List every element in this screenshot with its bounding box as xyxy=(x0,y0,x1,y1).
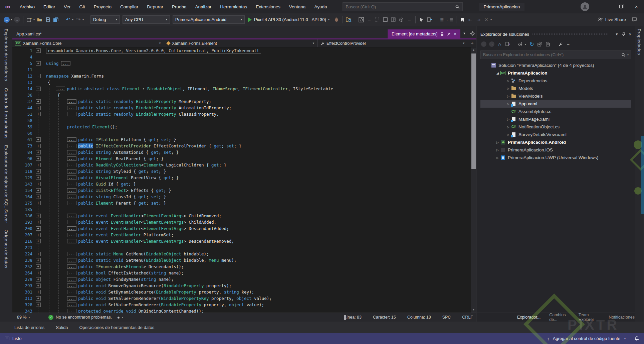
menu-ventana[interactable]: Ventana xyxy=(285,0,310,13)
column-indicator[interactable]: Columna: 18 xyxy=(407,315,431,320)
live-share-button[interactable]: Live Share xyxy=(597,17,626,22)
collapsed-arrow-icon[interactable]: ▷ xyxy=(506,133,511,136)
close-button[interactable]: × xyxy=(629,0,644,13)
collapsed-arrow-icon[interactable]: ▷ xyxy=(506,118,511,121)
menu-ver[interactable]: Ver xyxy=(59,0,75,13)
issues-filter-icon[interactable]: ◈ xyxy=(117,316,120,319)
platform-dropdown[interactable]: Any CPU▾ xyxy=(123,15,170,24)
code-line[interactable]: 185 xyxy=(12,206,476,213)
quick-launch-search[interactable] xyxy=(343,2,463,11)
code-line[interactable]: 84+...public string AutomationId { get; … xyxy=(12,149,476,155)
user-avatar[interactable] xyxy=(581,2,589,11)
collapsed-arrow-icon[interactable]: ▷ xyxy=(506,87,511,90)
sync-refresh-icon[interactable]: ↻ xyxy=(528,40,535,48)
fold-toggle-icon[interactable]: − xyxy=(36,87,41,91)
run-button[interactable]: Pixel 4 API 30 (Android 11.0 - API 30) ▾ xyxy=(248,17,331,22)
scroll-up-icon[interactable]: ▲ xyxy=(471,47,476,53)
collapse-all-icon[interactable] xyxy=(536,40,543,48)
project-dropdown[interactable]: C# Xamarin.Forms.Core▼ xyxy=(12,39,164,47)
code-line[interactable]: 129+...public VisualElement ParentView {… xyxy=(12,175,476,181)
send-feedback-icon[interactable] xyxy=(631,16,638,24)
space-mode-indicator[interactable]: SPC xyxy=(442,315,451,320)
char-indicator[interactable]: Carácter: 15 xyxy=(373,315,396,320)
code-line[interactable]: 216+...public event EventHandler<Element… xyxy=(12,238,476,244)
code-line[interactable]: 175+...public Element Parent { get; set;… xyxy=(12,200,476,206)
code-line[interactable]: 14−...public abstract class Element : Bi… xyxy=(12,86,476,92)
tab-list-caret-icon[interactable]: ▼ xyxy=(461,29,468,37)
package-icon[interactable] xyxy=(398,16,405,24)
code-line[interactable]: 61+...public IPlatform Platform { get; s… xyxy=(12,136,476,143)
scroll-down-icon[interactable]: ▼ xyxy=(471,307,476,313)
issues-filter-caret-icon[interactable]: ▾ xyxy=(122,316,123,319)
filter-caret-icon[interactable]: ▾ xyxy=(525,43,526,46)
code-line[interactable]: 224+...public static Menu GetMenu(Bindab… xyxy=(12,251,476,257)
close-tab-icon[interactable]: × xyxy=(454,31,456,36)
redo-icon[interactable]: ↷ xyxy=(75,16,82,24)
collapse-region-icon[interactable]: – xyxy=(366,16,373,24)
code-line[interactable]: 107+...public ReadOnlyCollection<Element… xyxy=(12,162,476,168)
tab-element-metadata[interactable]: Element [de metadatos] × xyxy=(388,29,460,39)
editor-scrollbar[interactable]: ▲ ▼ xyxy=(471,47,476,313)
frame-icon[interactable] xyxy=(382,16,389,24)
tool-tab-explorador-[interactable]: Explorador... xyxy=(517,315,541,320)
code-line[interactable]: 293+...public void RemoveDynamicResource… xyxy=(12,282,476,289)
configuration-dropdown[interactable]: Debug▾ xyxy=(90,15,120,24)
code-line[interactable]: 328+...public void SetValueFromRenderer(… xyxy=(12,302,476,308)
fold-toggle-icon[interactable]: + xyxy=(36,61,41,66)
startup-project-dropdown[interactable]: PrimeraAplicacion.Android▾ xyxy=(173,15,245,24)
tree-item[interactable]: ▷ViewModels xyxy=(480,92,631,100)
bookmark-next-icon[interactable]: ⇥ xyxy=(475,16,482,24)
code-line[interactable]: 186+...public event EventHandler<Element… xyxy=(12,213,476,219)
expanded-arrow-icon[interactable]: ◢ xyxy=(495,72,500,75)
menu-compilar[interactable]: Compilar xyxy=(116,0,143,13)
outline-lines-icon[interactable]: ⌐≣ xyxy=(446,16,454,24)
menu-proyecto[interactable]: Proyecto xyxy=(89,0,116,13)
tree-item[interactable]: ▷PrimeraAplicacion.UWP (Universal Window… xyxy=(480,154,631,161)
preview-selected-icon[interactable]: – xyxy=(565,40,572,48)
minimize-button[interactable] xyxy=(598,0,613,13)
close-panel-icon[interactable]: × xyxy=(629,32,631,37)
collapsed-arrow-icon[interactable]: ▷ xyxy=(495,141,500,144)
menu-analizar[interactable]: Analizar xyxy=(191,0,216,13)
tree-item[interactable]: ▷C#NotificationObject.cs xyxy=(480,123,631,131)
code-line[interactable]: 5+using ... xyxy=(12,60,476,67)
code-line[interactable]: 1+ensamblado Xamarin.Forms.Core, Version… xyxy=(12,47,476,54)
side-tab-explorador-de-objetos-de-sql-server[interactable]: Explorador de objetos de SQL Server xyxy=(4,145,9,223)
code-line[interactable]: 313+...public void SetValueFromRenderer(… xyxy=(12,295,476,302)
tree-item[interactable]: ▷MainPage.xaml xyxy=(480,115,631,123)
search-options-caret-icon[interactable]: ▾ xyxy=(627,53,629,56)
menu-editar[interactable]: Editar xyxy=(39,0,59,13)
se-forward-icon[interactable]: → xyxy=(488,40,495,48)
open-folder-icon[interactable] xyxy=(36,16,43,24)
pending-changes-filter-icon[interactable] xyxy=(517,40,523,48)
code-line[interactable]: 252+...public IEnumerable<Element> Desce… xyxy=(12,263,476,270)
cursor-navigate-icon[interactable] xyxy=(418,16,425,24)
code-line[interactable]: 238+...public static void SetMenu(Bindab… xyxy=(12,257,476,263)
switch-views-icon[interactable] xyxy=(504,40,511,48)
collapsed-arrow-icon[interactable]: ▷ xyxy=(495,148,500,152)
goto-definition-icon[interactable] xyxy=(426,16,433,24)
code-line[interactable]: 143+...public Guid Id { get; } xyxy=(12,181,476,187)
collapsed-arrow-icon[interactable]: ▷ xyxy=(506,102,511,106)
panel-tab-lista-de-errores[interactable]: Lista de errores xyxy=(14,325,44,330)
show-all-files-icon[interactable] xyxy=(545,40,551,48)
code-line[interactable]: 264+...public bool EffectIsAttached(stri… xyxy=(12,270,476,276)
split-editor-handle[interactable]: ÷ xyxy=(468,39,476,47)
code-line[interactable]: 118+...public string StyleId { get; set;… xyxy=(12,168,476,175)
problems-indicator[interactable]: ✓ No se encontraron problemas. xyxy=(48,315,112,320)
tree-item[interactable]: ▷Dependencias xyxy=(480,77,631,85)
navigate-back-icon[interactable]: ← xyxy=(3,16,10,24)
tab-app-xaml-cs[interactable]: App.xaml.cs* xyxy=(12,29,46,38)
collapsed-arrow-icon[interactable]: ▷ xyxy=(506,79,511,83)
indent-lines-icon[interactable]: ≣ xyxy=(438,16,446,24)
notifications-bell-icon[interactable] xyxy=(634,336,639,341)
bookmark-icon[interactable] xyxy=(459,16,466,24)
undo-caret-icon[interactable]: ▾ xyxy=(72,18,73,21)
tree-item[interactable]: C#AssemblyInfo.cs xyxy=(480,108,631,115)
panel-tab-salida[interactable]: Salida xyxy=(56,325,68,330)
code-line[interactable]: 59protected Element(); xyxy=(12,124,476,130)
code-line[interactable]: 343...protected override void OnBindingC… xyxy=(12,308,476,313)
tree-item[interactable]: ▷PrimeraAplicacion.Android xyxy=(480,138,631,146)
find-in-files-icon[interactable] xyxy=(345,16,353,24)
new-project-caret-icon[interactable]: ▾ xyxy=(33,18,35,21)
